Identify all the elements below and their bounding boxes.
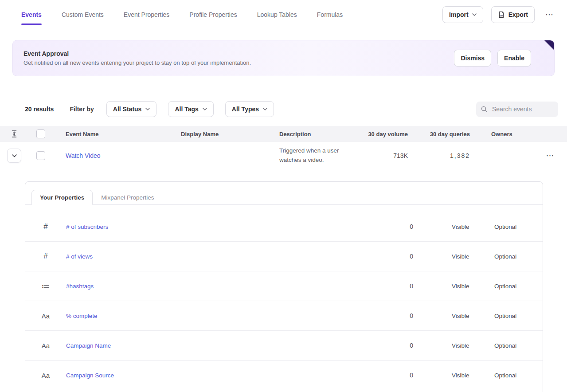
property-count: 0 <box>369 372 413 379</box>
svg-text:csv: csv <box>500 14 504 17</box>
property-row: Aa Campaign Name 0 Visible Optional <box>25 331 543 361</box>
property-visibility[interactable]: Visible <box>413 313 490 319</box>
search-box <box>476 102 558 117</box>
nav-tab-event-properties[interactable]: Event Properties <box>124 0 170 29</box>
property-row: Aa % complete 0 Visible Optional <box>25 301 543 331</box>
text-type-icon: Aa <box>25 342 66 349</box>
chevron-down-icon <box>203 108 207 110</box>
property-visibility[interactable]: Visible <box>413 283 490 290</box>
filter-bar: 20 results Filter by All Status All Tags… <box>25 101 558 118</box>
property-name-link[interactable]: Campaign Source <box>66 372 369 379</box>
select-all-cell <box>28 129 53 138</box>
property-requirement[interactable]: Optional <box>490 372 543 379</box>
event-description: Triggered when a user watches a video. <box>275 146 359 165</box>
text-type-icon: Aa <box>25 312 66 320</box>
search-input[interactable] <box>491 105 554 113</box>
nav-more-icon[interactable]: ⋯ <box>543 8 556 21</box>
tab-your-properties[interactable]: Your Properties <box>31 190 93 205</box>
property-name-link[interactable]: % complete <box>66 313 369 319</box>
text-type-icon: Aa <box>25 372 66 379</box>
column-header: Display Name <box>177 131 275 137</box>
import-button[interactable]: Import <box>442 6 483 23</box>
property-row: # # of views 0 Visible Optional <box>25 242 543 271</box>
nav-tab-lookup-tables[interactable]: Lookup Tables <box>257 0 297 29</box>
chevron-down-icon <box>472 13 477 16</box>
filter-by-label: Filter by <box>70 106 94 113</box>
property-row: ≔ #hashtags 0 Visible Optional <box>25 271 543 301</box>
row-expander-cell <box>0 149 28 163</box>
tab-mixpanel-properties[interactable]: Mixpanel Properties <box>93 190 162 205</box>
lexicon-events-page: Events Custom Events Event Properties Pr… <box>0 0 567 392</box>
property-requirement[interactable]: Optional <box>490 253 543 260</box>
row-more-icon[interactable]: ⋯ <box>544 149 557 162</box>
collapse-all-cell <box>0 130 28 137</box>
banner-text: Event Approval Get notified on all new e… <box>23 50 251 66</box>
filter-dropdown-label: All Types <box>232 106 259 113</box>
list-type-icon: ≔ <box>25 281 66 291</box>
filter-dropdown-label: All Status <box>113 106 142 113</box>
event-approval-banner: Event Approval Get notified on all new e… <box>12 40 555 76</box>
property-name-link[interactable]: # of subscribers <box>66 223 369 230</box>
import-button-label: Import <box>449 11 469 18</box>
nav-tab-custom-events[interactable]: Custom Events <box>62 0 104 29</box>
event-name-link[interactable]: Watch Video <box>66 152 101 159</box>
number-type-icon: # <box>25 222 66 231</box>
property-count: 0 <box>369 312 413 319</box>
dismiss-button[interactable]: Dismiss <box>454 50 491 67</box>
property-requirement[interactable]: Optional <box>490 313 543 319</box>
results-count: 20 results <box>25 106 54 113</box>
collapse-row-button[interactable] <box>7 149 21 163</box>
property-visibility[interactable]: Visible <box>413 253 490 260</box>
banner-description: Get notified on all new events entering … <box>23 59 251 66</box>
search-icon <box>481 106 488 113</box>
collapse-all-icon[interactable] <box>11 130 17 137</box>
property-visibility[interactable]: Visible <box>413 223 490 230</box>
chevron-down-icon <box>263 108 267 110</box>
property-name-link[interactable]: # of views <box>66 253 369 260</box>
export-button-label: Export <box>508 11 528 18</box>
nav-tabs: Events Custom Events Event Properties Pr… <box>21 0 343 29</box>
nav-tab-formulas[interactable]: Formulas <box>317 0 343 29</box>
property-requirement[interactable]: Optional <box>490 283 543 290</box>
export-csv-icon: csv <box>498 11 505 18</box>
top-navigation: Events Custom Events Event Properties Pr… <box>0 0 567 29</box>
property-row: Aa Campaign Source 0 Visible Optional <box>25 361 543 390</box>
filter-dropdown-all-status[interactable]: All Status <box>106 101 157 117</box>
event-properties-panel: Your Properties Mixpanel Properties # # … <box>25 181 543 392</box>
banner-title: Event Approval <box>23 50 251 57</box>
chevron-down-icon <box>145 108 150 110</box>
banner-actions: Dismiss Enable <box>454 50 531 67</box>
event-name-cell: Watch Video <box>53 152 177 160</box>
property-requirement[interactable]: Optional <box>490 223 543 230</box>
filter-dropdown-all-tags[interactable]: All Tags <box>168 101 213 117</box>
column-header: Event Name <box>53 131 177 137</box>
nav-actions: Import csv Export ⋯ <box>442 6 556 23</box>
property-visibility[interactable]: Visible <box>413 342 490 349</box>
column-header: Owners <box>470 131 533 137</box>
property-name-link[interactable]: Campaign Name <box>66 342 369 349</box>
select-all-checkbox[interactable] <box>36 129 45 138</box>
row-select-cell <box>28 151 53 160</box>
nav-tab-events[interactable]: Events <box>21 0 42 29</box>
chevron-down-icon <box>12 154 17 157</box>
property-requirement[interactable]: Optional <box>490 342 543 349</box>
filter-dropdown-all-types[interactable]: All Types <box>225 101 274 117</box>
enable-button[interactable]: Enable <box>497 50 531 67</box>
property-visibility[interactable]: Visible <box>413 372 490 379</box>
properties-tabs: Your Properties Mixpanel Properties <box>25 182 543 205</box>
property-name-link[interactable]: #hashtags <box>66 283 369 290</box>
property-count: 0 <box>369 282 413 290</box>
banner-corner-decoration <box>544 40 554 50</box>
column-header: 30 day volume <box>359 131 408 137</box>
events-table-header: Event Name Display Name Description 30 d… <box>0 126 567 142</box>
event-volume: 713K <box>359 152 408 159</box>
row-checkbox[interactable] <box>36 151 45 160</box>
nav-tab-profile-properties[interactable]: Profile Properties <box>189 0 237 29</box>
property-count: 0 <box>369 342 413 349</box>
export-button[interactable]: csv Export <box>491 6 535 23</box>
event-table-row: Watch Video Triggered when a user watche… <box>0 142 567 169</box>
number-type-icon: # <box>25 252 66 261</box>
column-header: Description <box>275 131 359 137</box>
column-header: 30 day queries <box>408 131 470 137</box>
properties-list: # # of subscribers 0 Visible Optional # … <box>25 205 543 390</box>
